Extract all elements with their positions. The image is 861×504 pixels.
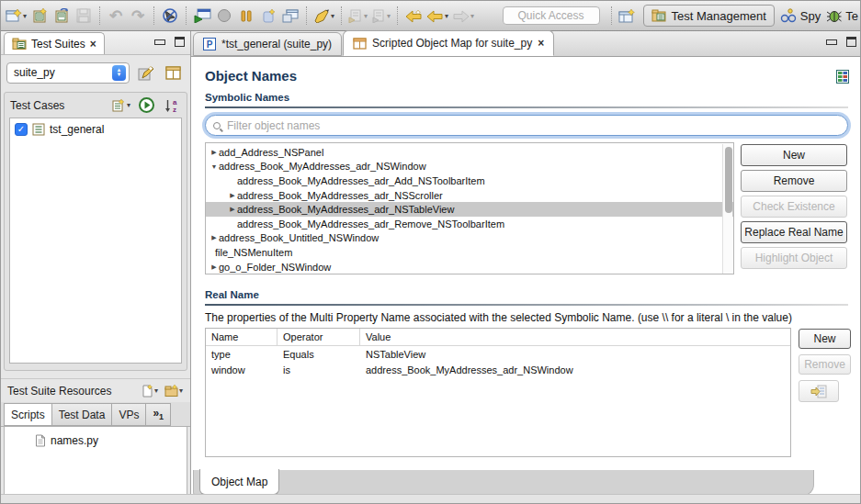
file-row[interactable]: names.py [5, 432, 187, 449]
tab-test-suites[interactable]: Test Suites × [4, 32, 105, 54]
spy-pick-icon[interactable]: ▾ [312, 5, 335, 27]
squish-ide-window: ▾ ↶ ↷ [0, 0, 861, 504]
copy-to-symbolic-button[interactable] [799, 380, 839, 402]
minimize-button[interactable] [826, 39, 837, 45]
test-cases-list: ✓ tst_general [9, 118, 182, 364]
edit-settings-icon[interactable] [136, 62, 156, 84]
test-suites-view-header: Test Suites × [1, 31, 190, 55]
tree-row[interactable]: address_Book_MyAddresses_adr_Remove_NSTo… [206, 217, 733, 231]
test-case-row[interactable]: ✓ tst_general [10, 121, 181, 138]
search-icon [213, 122, 221, 129]
real-name-description: The properties of the Multi Property Nam… [205, 311, 792, 324]
perspective-spy[interactable]: Spy [780, 8, 821, 23]
scrollbar-thumb[interactable] [725, 147, 732, 213]
resources-title: Test Suite Resources [7, 385, 111, 398]
close-icon[interactable]: × [90, 38, 96, 50]
filter-field[interactable] [205, 115, 848, 136]
open-test-suite-icon[interactable] [51, 5, 72, 27]
new-folder-icon[interactable]: ▾ [164, 380, 184, 402]
perspective-test-management[interactable]: Test Management [643, 5, 775, 27]
python-script-icon: P [203, 38, 216, 50]
tab-overflow[interactable]: »1 [145, 403, 171, 426]
filter-input[interactable] [225, 118, 840, 133]
toolbar-separator [153, 6, 154, 25]
tab-test-data[interactable]: Test Data [51, 403, 112, 426]
launch-aut-icon[interactable] [192, 5, 212, 27]
open-perspective-icon[interactable] [617, 5, 638, 27]
chevron-expanded-icon[interactable]: ▼ [210, 163, 219, 170]
new-test-case-icon[interactable] [29, 5, 50, 27]
sort-az-icon[interactable]: az [161, 95, 181, 117]
property-buttons: New Remove [799, 329, 851, 402]
col-value[interactable]: Value [360, 329, 790, 345]
close-icon[interactable]: × [538, 37, 544, 50]
maximize-button[interactable] [846, 37, 856, 47]
col-operator[interactable]: Operator [278, 329, 360, 345]
minimize-button[interactable] [154, 39, 165, 45]
forward-icon[interactable]: ▾ [451, 5, 475, 27]
tree-scrollbar[interactable] [722, 144, 732, 274]
table-row[interactable]: window is address_Book_MyAddresses_adr_N… [206, 362, 790, 377]
debug-settings-icon[interactable]: ▾ [370, 5, 391, 27]
pause-icon[interactable] [236, 5, 256, 27]
tree-row[interactable]: file_NSMenuItem [206, 245, 733, 260]
properties-table[interactable]: Name Operator Value type Equals NSTableV… [205, 328, 791, 457]
select-stepper-icon[interactable]: ▲▼ [112, 65, 126, 81]
symbolic-names-tree[interactable]: ▶add_Address_NSPanel ▼address_Book_MyAdd… [205, 142, 734, 274]
redo-icon[interactable]: ↷ [128, 5, 148, 27]
property-new-button[interactable]: New [799, 329, 851, 349]
panel-sash[interactable] [1, 371, 190, 378]
windows-icon[interactable] [280, 5, 300, 27]
tree-row[interactable]: ▶address_Book_Untitled_NSWindow [206, 231, 733, 246]
undo-icon[interactable]: ↶ [106, 5, 126, 27]
chevron-collapsed-icon[interactable]: ▶ [228, 192, 237, 199]
dropdown-caret-icon: ▾ [331, 12, 334, 20]
chevron-collapsed-icon[interactable]: ▶ [210, 149, 219, 156]
test-summary-icon[interactable] [163, 62, 183, 84]
suite-select[interactable]: suite_py ▲▼ [6, 62, 130, 84]
remove-button[interactable]: Remove [741, 170, 847, 192]
dropdown-caret-icon: ▾ [23, 12, 27, 20]
tab-vps[interactable]: VPs [111, 403, 145, 426]
tree-row[interactable]: ▶go_o_Folder_NSWindow [206, 260, 733, 274]
tab-tst-general[interactable]: P *tst_general (suite_py) [193, 32, 342, 56]
new-button[interactable]: New [741, 144, 847, 166]
chevron-collapsed-icon[interactable]: ▶ [210, 263, 219, 271]
back-icon[interactable]: ▾ [425, 5, 449, 27]
col-name[interactable]: Name [206, 329, 278, 345]
tree-row-selected[interactable]: ▶address_Book_MyAddresses_adr_NSTableVie… [206, 202, 733, 217]
new-test-suite-icon[interactable]: ▾ [5, 5, 28, 27]
replace-real-name-button[interactable]: Replace Real Name [741, 221, 847, 243]
test-case-icon [32, 123, 45, 136]
tree-row[interactable]: ▶address_Book_MyAddresses_adr_NSScroller [206, 188, 733, 203]
window-bottom-edge [1, 494, 860, 503]
run-settings-icon[interactable]: ▾ [347, 5, 368, 27]
tree-row[interactable]: ▼address_Book_MyAddresses_adr_NSWindow [206, 160, 733, 174]
tab-scripts[interactable]: Scripts [4, 403, 51, 426]
real-name-section-label: Real Name [205, 289, 259, 300]
maximize-button[interactable] [175, 37, 185, 47]
table-row[interactable]: type Equals NSTableView [206, 346, 790, 362]
test-case-checkbox[interactable]: ✓ [15, 123, 28, 136]
switch-layout-icon[interactable] [836, 70, 849, 84]
last-edit-location-icon[interactable] [403, 5, 424, 27]
record-icon[interactable] [214, 5, 234, 27]
perspective-test-debugging[interactable]: Te [826, 8, 858, 23]
tree-row[interactable]: address_Book_MyAddresses_adr_Add_NSToolb… [206, 174, 733, 188]
stop-recording-icon[interactable] [160, 5, 180, 27]
highlight-object-button[interactable]: Highlight Object [741, 247, 847, 269]
tab-object-map-bottom[interactable]: Object Map [199, 469, 279, 495]
run-test-suite-icon[interactable] [136, 95, 156, 117]
chevron-collapsed-icon[interactable]: ▶ [228, 206, 237, 213]
save-icon[interactable] [74, 5, 94, 27]
new-test-case-icon[interactable]: ▾ [111, 95, 131, 117]
stop-icon[interactable] [258, 5, 278, 27]
check-existence-button[interactable]: Check Existence [741, 196, 847, 218]
new-file-icon[interactable]: ▾ [140, 380, 160, 402]
quick-access-input[interactable]: Quick Access [503, 6, 600, 25]
property-remove-button[interactable]: Remove [799, 354, 851, 375]
chevron-collapsed-icon[interactable]: ▶ [210, 234, 219, 241]
test-management-icon [651, 9, 667, 22]
tree-row[interactable]: ▶add_Address_NSPanel [206, 145, 733, 160]
tab-object-map[interactable]: Scripted Object Map for suite_py × [343, 30, 554, 56]
